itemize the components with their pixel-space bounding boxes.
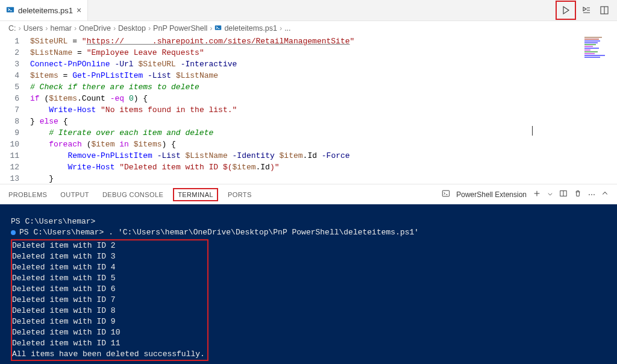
code-editor[interactable]: 1 2 3 4 5 6 7 8 9 10 11 12 13 $SiteURL =… <box>0 36 617 184</box>
terminal-output-line: Deleted item with ID 2 <box>12 240 205 251</box>
close-icon[interactable]: × <box>77 5 81 15</box>
terminal-output-line: Deleted item with ID 9 <box>12 316 205 327</box>
run-selection-button[interactable] <box>578 2 594 18</box>
terminal-prompt: PS C:\Users\hemar> <box>11 216 606 227</box>
terminal-command-line: PS C:\Users\hemar> . 'C:\Users\hemar\One… <box>11 227 606 238</box>
terminal-output-line: All items have been deleted successfully… <box>12 349 205 360</box>
text-cursor <box>532 126 533 136</box>
chevron-down-icon[interactable] <box>547 190 553 199</box>
tab-ports[interactable]: PORTS <box>228 191 252 198</box>
terminal-shell-label[interactable]: PowerShell Extension <box>456 190 527 199</box>
terminal-output-line: Deleted item with ID 6 <box>12 284 205 295</box>
run-button-highlight <box>556 1 576 20</box>
terminal-output-line: Deleted item with ID 8 <box>12 306 205 316</box>
terminal-output-line: Deleted item with ID 11 <box>12 338 205 349</box>
tab-problems[interactable]: PROBLEMS <box>8 191 47 198</box>
tab-filename: deleteitems.ps1 <box>18 6 73 15</box>
tab-terminal[interactable]: TERMINAL <box>173 188 218 201</box>
new-terminal-button[interactable] <box>533 189 541 199</box>
terminal-output-line: Deleted item with ID 5 <box>12 273 205 284</box>
panel-tabbar: PROBLEMS OUTPUT DEBUG CONSOLE TERMINAL P… <box>0 184 617 204</box>
editor-tab-deleteitems[interactable]: deleteitems.ps1 × <box>0 0 88 20</box>
terminal-output-line: Deleted item with ID 4 <box>12 262 205 273</box>
tab-output[interactable]: OUTPUT <box>60 191 89 198</box>
split-terminal-button[interactable] <box>559 189 568 199</box>
svg-rect-4 <box>443 190 449 196</box>
breadcrumb-more: ... <box>284 24 290 33</box>
breadcrumb-file: deleteitems.ps1 <box>224 24 277 33</box>
editor-tabbar: deleteitems.ps1 × <box>0 0 617 21</box>
maximize-panel-button[interactable] <box>601 190 609 199</box>
breadcrumb-part: Desktop <box>118 24 146 33</box>
terminal-output-highlight: Deleted item with ID 2 Deleted item with… <box>11 239 208 361</box>
run-button[interactable] <box>558 2 574 18</box>
terminal-output-line: Deleted item with ID 10 <box>12 327 205 338</box>
line-number-gutter: 1 2 3 4 5 6 7 8 9 10 11 12 13 <box>0 36 30 184</box>
breadcrumb-part: C: <box>8 24 16 33</box>
breadcrumb[interactable]: C:› Users› hemar› OneDrive› Desktop› PnP… <box>0 21 617 36</box>
powershell-icon <box>6 5 14 16</box>
more-icon[interactable]: ⋯ <box>588 190 595 199</box>
breadcrumb-part: hemar <box>51 24 72 33</box>
editor-actions <box>556 0 617 20</box>
breadcrumb-part: Users <box>23 24 43 33</box>
powershell-icon <box>215 24 222 33</box>
status-dot-icon <box>11 230 16 235</box>
tab-debug-console[interactable]: DEBUG CONSOLE <box>102 191 163 198</box>
code-content[interactable]: $SiteURL = "https:// .sharepoint.com/sit… <box>30 36 617 184</box>
terminal-panel[interactable]: PS C:\Users\hemar> PS C:\Users\hemar> . … <box>0 204 617 364</box>
split-editor-button[interactable] <box>597 2 612 18</box>
breadcrumb-part: PnP PowerShell <box>153 24 207 33</box>
breadcrumb-part: OneDrive <box>79 24 111 33</box>
kill-terminal-button[interactable] <box>574 189 582 199</box>
terminal-icon <box>442 189 450 199</box>
terminal-output-line: Deleted item with ID 7 <box>12 295 205 306</box>
terminal-output-line: Deleted item with ID 3 <box>12 251 205 262</box>
